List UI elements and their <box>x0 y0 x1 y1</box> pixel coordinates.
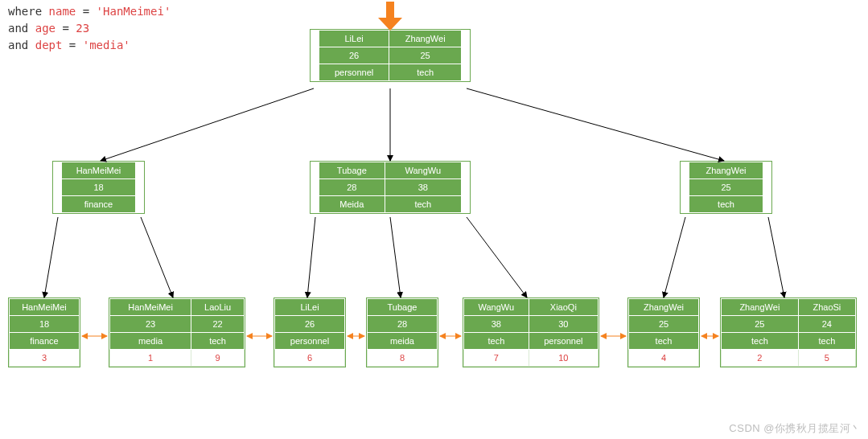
leaf-cell: finance <box>10 333 80 350</box>
btree-leaf-node-5: ZhangWei 25 tech 4 <box>627 297 700 367</box>
btree-mid-node-2: ZhangWei 25 tech <box>680 161 772 214</box>
leaf-cell: ZhangWei <box>629 299 699 316</box>
mid-cell: tech <box>689 196 763 213</box>
leaf-cell: 24 <box>798 316 855 333</box>
leaf-cell: media <box>110 333 191 350</box>
btree-leaf-node-6: ZhangWeiZhaoSi 2524 techtech 25 <box>720 297 857 367</box>
q-name-k: name <box>49 5 76 18</box>
leaf-cell: LaoLiu <box>191 299 245 316</box>
tree-edge <box>467 217 527 297</box>
leaf-cell: tech <box>629 333 699 350</box>
leaf-cell: 18 <box>10 316 80 333</box>
btree-mid-node-1: TubageWangWu 2838 Meidatech <box>310 161 471 214</box>
btree-leaf-node-3: Tubage 28 meida 8 <box>366 297 438 367</box>
q-age-k: age <box>35 22 56 35</box>
root-cell: 26 <box>319 47 389 64</box>
leaf-cell: ZhaoSi <box>798 299 855 316</box>
q-dept-k: dept <box>35 39 63 51</box>
q-eq2: = <box>56 22 76 35</box>
mid-cell: 25 <box>689 179 763 196</box>
leaf-cell: ZhangWei <box>722 299 799 316</box>
leaf-id: 8 <box>368 350 438 367</box>
leaf-id: 5 <box>798 350 855 367</box>
tree-edge <box>768 217 784 297</box>
btree-leaf-node-2: LiLei 26 personnel 6 <box>274 297 346 367</box>
leaf-id: 7 <box>464 350 529 367</box>
q-name-v: 'HanMeimei' <box>97 5 171 18</box>
leaf-cell: HanMeiMei <box>110 299 191 316</box>
leaf-id: 3 <box>10 350 80 367</box>
leaf-cell: tech <box>464 333 529 350</box>
tree-edge <box>467 88 724 161</box>
mid-cell: ZhangWei <box>689 162 763 179</box>
watermark: CSDN @你携秋月揽星河丶 <box>729 421 862 436</box>
leaf-id: 2 <box>722 350 799 367</box>
root-cell: 25 <box>389 47 462 64</box>
tree-edge <box>390 217 401 297</box>
leaf-cell: LiLei <box>275 299 345 316</box>
leaf-cell: 25 <box>629 316 699 333</box>
leaf-cell: XiaoQi <box>529 299 598 316</box>
kw-and1: and <box>8 22 35 35</box>
query-text: where name = 'HanMeimei' and age = 23 an… <box>8 3 171 54</box>
leaf-id: 4 <box>629 350 699 367</box>
leaf-cell: WangWu <box>464 299 529 316</box>
tree-edge <box>307 217 315 297</box>
tree-edge <box>141 217 173 297</box>
root-cell: tech <box>389 64 462 81</box>
leaf-cell: tech <box>191 333 245 350</box>
mid-cell: finance <box>62 196 136 213</box>
leaf-id: 10 <box>529 350 598 367</box>
mid-cell: 28 <box>319 179 385 196</box>
mid-cell: tech <box>385 196 461 213</box>
mid-cell: 18 <box>62 179 136 196</box>
q-age-v: 23 <box>76 22 89 35</box>
root-cell: LiLei <box>319 31 389 47</box>
mid-cell: Meida <box>319 196 385 213</box>
mid-cell: Tubage <box>319 162 385 179</box>
leaf-cell: 23 <box>110 316 191 333</box>
kw-where: where <box>8 5 49 18</box>
leaf-id: 9 <box>191 350 245 367</box>
leaf-cell: tech <box>722 333 799 350</box>
leaf-cell: personnel <box>529 333 598 350</box>
btree-leaf-node-0: HanMeiMei 18 finance 3 <box>8 297 80 367</box>
leaf-id: 6 <box>275 350 345 367</box>
mid-cell: HanMeiMei <box>62 162 136 179</box>
leaf-cell: tech <box>798 333 855 350</box>
leaf-cell: 26 <box>275 316 345 333</box>
leaf-cell: 28 <box>368 316 438 333</box>
leaf-cell: 38 <box>464 316 529 333</box>
kw-and2: and <box>8 39 35 51</box>
q-eq3: = <box>62 39 82 51</box>
tree-edge <box>664 217 685 297</box>
q-dept-v: 'media' <box>83 39 130 51</box>
leaf-cell: 30 <box>529 316 598 333</box>
leaf-cell: 22 <box>191 316 245 333</box>
btree-root-node: LiLeiZhangWei 2625 personneltech <box>310 29 471 82</box>
q-eq1: = <box>76 5 96 18</box>
leaf-cell: meida <box>368 333 438 350</box>
root-cell: personnel <box>319 64 389 81</box>
leaf-cell: 25 <box>722 316 799 333</box>
leaf-cell: HanMeiMei <box>10 299 80 316</box>
svg-rect-0 <box>386 2 394 18</box>
mid-cell: WangWu <box>385 162 461 179</box>
mid-cell: 38 <box>385 179 461 196</box>
leaf-cell: Tubage <box>368 299 438 316</box>
btree-mid-node-0: HanMeiMei 18 finance <box>52 161 145 214</box>
leaf-cell: personnel <box>275 333 345 350</box>
btree-leaf-node-1: HanMeiMeiLaoLiu 2322 mediatech 19 <box>109 297 245 367</box>
leaf-id: 1 <box>110 350 191 367</box>
tree-edge <box>44 217 58 297</box>
root-cell: ZhangWei <box>389 31 462 47</box>
entry-arrow-icon <box>378 2 402 31</box>
tree-edge <box>101 88 314 161</box>
btree-leaf-node-4: WangWuXiaoQi 3830 techpersonnel 710 <box>463 297 599 367</box>
